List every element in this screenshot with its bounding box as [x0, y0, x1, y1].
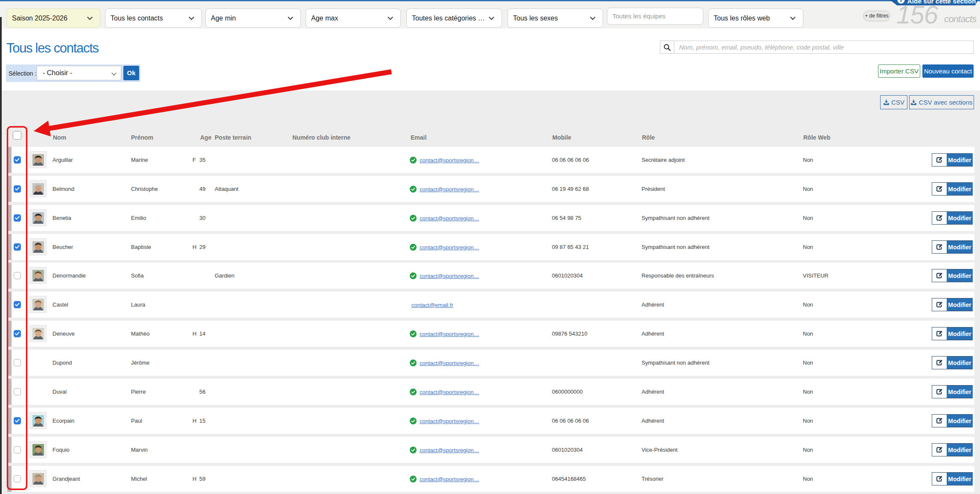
svg-text:Aide sur cette section: Aide sur cette section: [907, 0, 976, 5]
